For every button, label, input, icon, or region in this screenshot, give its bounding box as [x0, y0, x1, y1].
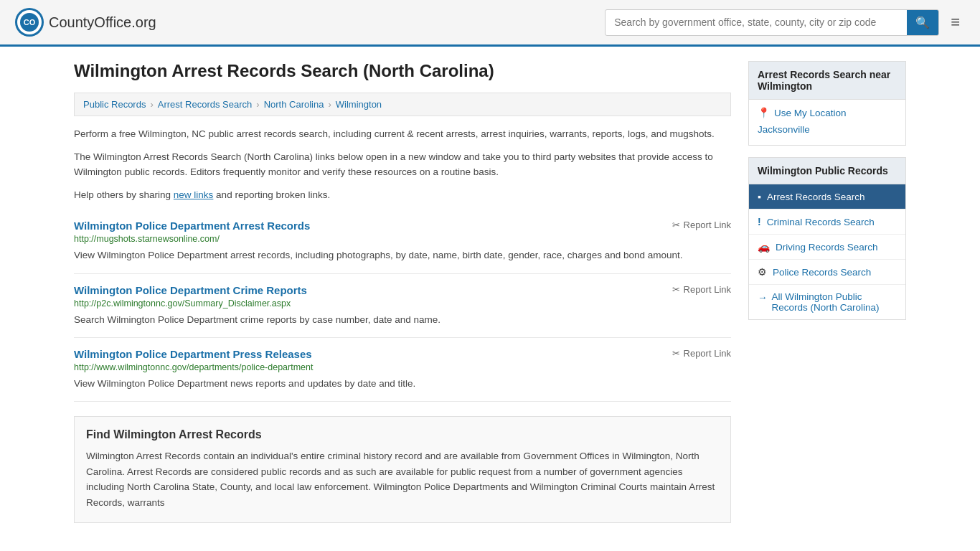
- main-container: Wilmington Arrest Records Search (North …: [60, 47, 920, 537]
- link-entry-2-header: Wilmington Police Department Press Relea…: [74, 348, 731, 360]
- description-para2: The Wilmington Arrest Records Search (No…: [74, 149, 731, 180]
- breadcrumb-sep-1: ›: [150, 99, 153, 110]
- public-records-title: Wilmington Public Records: [749, 158, 905, 184]
- criminal-records-link[interactable]: Criminal Records Search: [767, 217, 875, 227]
- police-records-link[interactable]: Police Records Search: [773, 267, 871, 278]
- report-link-btn-0[interactable]: ✂ Report Link: [672, 220, 731, 230]
- report-icon-2: ✂: [672, 348, 680, 359]
- record-item-criminal[interactable]: ! Criminal Records Search: [749, 209, 905, 235]
- report-link-btn-1[interactable]: ✂ Report Link: [672, 284, 731, 295]
- search-input[interactable]: [606, 11, 907, 34]
- find-section-text: Wilmington Arrest Records contain an ind…: [86, 448, 719, 510]
- description-para1: Perform a free Wilmington, NC public arr…: [74, 126, 731, 142]
- driving-records-icon: 🚗: [758, 241, 770, 253]
- sidebar: Arrest Records Search near Wilmington 📍 …: [748, 61, 906, 523]
- page-title: Wilmington Arrest Records Search (North …: [74, 61, 731, 81]
- link-entry-1: Wilmington Police Department Crime Repor…: [74, 274, 731, 338]
- logo-area: CO CountyOffice.org: [14, 7, 156, 37]
- arrest-records-link[interactable]: Arrest Records Search: [767, 192, 865, 202]
- description-para3: Help others by sharing new links and rep…: [74, 187, 731, 203]
- public-records-box: Wilmington Public Records ▪ Arrest Recor…: [748, 157, 906, 320]
- header-right: 🔍 ≡: [605, 9, 966, 36]
- criminal-records-icon: !: [758, 216, 761, 227]
- new-links-link[interactable]: new links: [174, 189, 214, 200]
- report-icon-0: ✂: [672, 220, 680, 230]
- police-records-icon: ⚙: [758, 266, 767, 278]
- arrest-records-icon: ▪: [758, 191, 761, 202]
- jacksonville-link[interactable]: Jacksonville: [758, 124, 897, 135]
- record-item-driving[interactable]: 🚗 Driving Records Search: [749, 235, 905, 260]
- logo-icon: CO: [14, 7, 44, 37]
- all-records-link[interactable]: All Wilmington Public Records (North Car…: [772, 291, 897, 313]
- link-entry-1-header: Wilmington Police Department Crime Repor…: [74, 284, 731, 296]
- breadcrumb-north-carolina[interactable]: North Carolina: [264, 99, 324, 110]
- use-my-location-link[interactable]: Use My Location: [774, 108, 847, 118]
- link-entry-2-url[interactable]: http://www.wilmingtonnc.gov/departments/…: [74, 362, 731, 372]
- breadcrumb-wilmington[interactable]: Wilmington: [336, 99, 382, 110]
- breadcrumb-public-records[interactable]: Public Records: [83, 99, 146, 110]
- find-section: Find Wilmington Arrest Records Wilmingto…: [74, 416, 731, 522]
- record-item-police[interactable]: ⚙ Police Records Search: [749, 260, 905, 285]
- link-entry-1-desc: Search Wilmington Police Department crim…: [74, 313, 731, 327]
- link-entry-0-desc: View Wilmington Police Department arrest…: [74, 248, 731, 263]
- sidebar-near-box: Arrest Records Search near Wilmington 📍 …: [748, 61, 906, 146]
- link-entry-1-url[interactable]: http://p2c.wilmingtonnc.gov/Summary_Disc…: [74, 298, 731, 309]
- link-entry-0-title[interactable]: Wilmington Police Department Arrest Reco…: [74, 220, 310, 232]
- search-button[interactable]: 🔍: [907, 10, 938, 35]
- all-records-item: → All Wilmington Public Records (North C…: [749, 285, 905, 319]
- link-entry-1-title[interactable]: Wilmington Police Department Crime Repor…: [74, 284, 307, 296]
- breadcrumb-sep-2: ›: [256, 99, 259, 110]
- menu-button[interactable]: ≡: [945, 10, 966, 34]
- report-icon-1: ✂: [672, 284, 680, 295]
- link-entry-2-desc: View Wilmington Police Department news r…: [74, 377, 731, 391]
- breadcrumb-sep-3: ›: [328, 99, 331, 110]
- sidebar-near-content: 📍 Use My Location Jacksonville: [749, 100, 905, 145]
- search-bar: 🔍: [605, 9, 939, 36]
- site-header: CO CountyOffice.org 🔍 ≡: [0, 0, 980, 47]
- report-link-btn-2[interactable]: ✂ Report Link: [672, 348, 731, 359]
- breadcrumb-arrest-records[interactable]: Arrest Records Search: [158, 99, 253, 110]
- link-entry-2-title[interactable]: Wilmington Police Department Press Relea…: [74, 348, 312, 360]
- breadcrumb: Public Records › Arrest Records Search ›…: [74, 93, 731, 116]
- link-entry-0-url[interactable]: http://mugshots.starnewsonline.com/: [74, 234, 731, 244]
- driving-records-link[interactable]: Driving Records Search: [776, 242, 878, 253]
- link-entry-2: Wilmington Police Department Press Relea…: [74, 338, 731, 402]
- record-item-arrest[interactable]: ▪ Arrest Records Search: [749, 184, 905, 209]
- logo-text: CountyOffice.org: [49, 14, 156, 30]
- arrow-right-icon: →: [758, 292, 768, 303]
- use-location-item: 📍 Use My Location: [758, 107, 897, 118]
- find-section-title: Find Wilmington Arrest Records: [86, 428, 719, 441]
- sidebar-near-title: Arrest Records Search near Wilmington: [749, 62, 905, 100]
- link-entry-0-header: Wilmington Police Department Arrest Reco…: [74, 220, 731, 232]
- svg-text:CO: CO: [24, 18, 36, 27]
- location-pin-icon: 📍: [758, 107, 770, 118]
- content-area: Wilmington Arrest Records Search (North …: [74, 61, 731, 523]
- link-entry-0: Wilmington Police Department Arrest Reco…: [74, 209, 731, 273]
